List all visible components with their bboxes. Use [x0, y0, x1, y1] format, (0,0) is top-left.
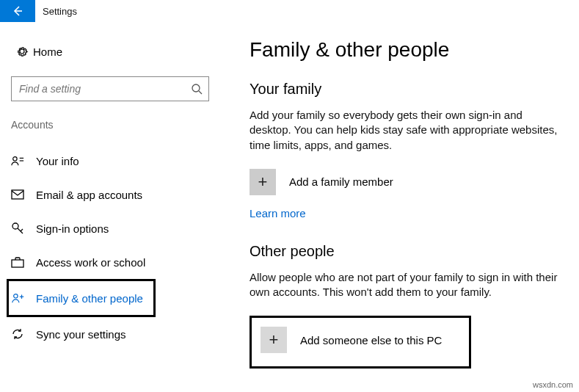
family-heading: Your family: [250, 81, 568, 98]
sidebar-item-label: Your info: [36, 155, 79, 167]
person-badge-icon: [11, 155, 36, 167]
sidebar-item-access[interactable]: Access work or school: [11, 245, 209, 279]
svg-line-8: [18, 228, 23, 233]
search-icon: [191, 83, 203, 95]
home-label: Home: [33, 46, 62, 58]
key-icon: [11, 222, 36, 235]
sidebar-item-label: Sync your settings: [36, 328, 126, 341]
sidebar-item-label: Sign-in options: [36, 222, 109, 235]
home-button[interactable]: Home: [11, 37, 209, 66]
svg-point-7: [12, 223, 18, 229]
plus-icon: +: [250, 169, 276, 195]
learn-more-link[interactable]: Learn more: [250, 207, 306, 219]
svg-rect-10: [12, 260, 23, 267]
main-panel: Family & other people Your family Add yo…: [220, 31, 579, 369]
family-description: Add your family so everybody gets their …: [250, 108, 565, 153]
svg-line-2: [199, 91, 202, 94]
highlight-add-someone: + Add someone else to this PC: [250, 316, 471, 369]
arrow-left-icon: [11, 4, 24, 18]
sidebar-item-label: Access work or school: [36, 256, 145, 269]
sidebar-item-label: Family & other people: [36, 292, 143, 305]
sidebar-item-label: Email & app accounts: [36, 189, 142, 201]
titlebar: Settings: [0, 0, 579, 22]
people-plus-icon: [11, 292, 36, 304]
app-title: Settings: [43, 6, 77, 17]
sidebar-item-signin[interactable]: Sign-in options: [11, 211, 209, 245]
search-input[interactable]: [18, 82, 191, 95]
section-label: Accounts: [11, 119, 209, 131]
sidebar-item-family[interactable]: Family & other people: [11, 281, 153, 315]
other-people-description: Allow people who are not part of your fa…: [250, 270, 565, 300]
svg-line-9: [21, 229, 23, 231]
briefcase-icon: [11, 256, 36, 268]
add-family-label: Add a family member: [289, 175, 393, 188]
sync-icon: [11, 327, 36, 341]
search-box[interactable]: [11, 76, 209, 101]
add-family-member-button[interactable]: + Add a family member: [250, 169, 568, 195]
add-someone-label: Add someone else to this PC: [300, 334, 442, 346]
sidebar: Home Accounts Your info Email & app acco…: [0, 31, 220, 369]
other-people-heading: Other people: [250, 243, 568, 260]
back-button[interactable]: [0, 0, 35, 22]
svg-point-3: [13, 157, 17, 161]
page-title: Family & other people: [250, 38, 568, 62]
gear-icon: [11, 45, 33, 58]
highlight-family-nav: Family & other people: [7, 279, 156, 317]
sidebar-item-your-info[interactable]: Your info: [11, 144, 209, 178]
add-someone-else-button[interactable]: + Add someone else to this PC: [261, 327, 457, 353]
svg-point-1: [192, 84, 200, 92]
svg-point-11: [14, 294, 18, 298]
svg-rect-6: [12, 190, 23, 199]
watermark: wsxdn.com: [533, 380, 573, 389]
sidebar-item-email[interactable]: Email & app accounts: [11, 178, 209, 211]
sidebar-item-sync[interactable]: Sync your settings: [11, 317, 209, 351]
mail-icon: [11, 189, 36, 200]
plus-icon: +: [261, 327, 287, 353]
